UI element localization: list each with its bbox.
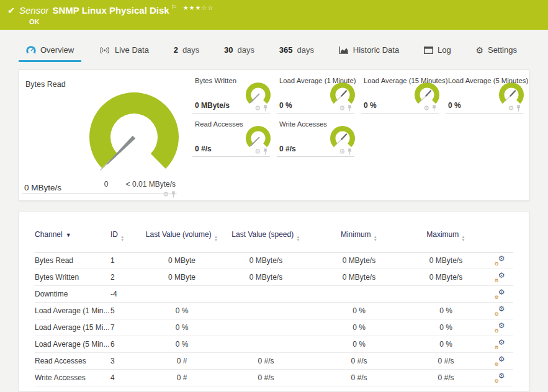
gauge-label: Load Average (5 Minutes) <box>448 77 528 84</box>
small-gauge[interactable]: Load Average (5 Minutes) 0 % ⚙ <box>444 70 529 114</box>
gear-icon: ⚙ <box>498 305 505 313</box>
channel-settings-icon[interactable]: ⚙ ⚙ <box>495 256 505 265</box>
log-window-icon <box>424 47 433 54</box>
gauge-pin-icon[interactable] <box>263 148 268 155</box>
channel-id: 4 <box>110 373 143 382</box>
gauge-scale-max: < 0.01 MByte/s <box>126 180 176 189</box>
column-header[interactable]: Channel▼ <box>35 230 110 240</box>
gauge-gear-icon[interactable]: ⚙ <box>254 105 261 112</box>
channel-settings-icon[interactable]: ⚙ ⚙ <box>495 357 505 366</box>
table-body: Bytes Read 1 0 MByte 0 MByte/s 0 MByte/s… <box>35 252 513 386</box>
gauge-value: 0 #/s <box>279 145 296 153</box>
minimum-value: 0 #/s <box>311 357 407 365</box>
flag-icon[interactable]: ⚐ <box>171 4 177 11</box>
small-gauge[interactable]: Load Average (1 Minute) 0 % ⚙ <box>276 70 360 114</box>
gear-icon: ⚙ <box>495 345 499 350</box>
table-row[interactable]: Load Average (1 Min... 5 0 % 0 % 0 % ⚙ ⚙ <box>35 303 513 319</box>
gauge-needle <box>251 138 259 146</box>
maximum-value: 0 % <box>407 323 485 332</box>
column-header[interactable]: Last Value (speed)▲▼ <box>221 230 311 240</box>
last-value-volume: 0 MByte <box>143 273 221 282</box>
last-value-volume: 0 % <box>143 306 221 315</box>
tab-365-days[interactable]: 365days <box>272 37 321 62</box>
small-gauges-grid: Bytes Written 0 MByte/s ⚙ Load Average (… <box>191 70 529 200</box>
maximum-value: 0 #/s <box>407 357 485 365</box>
table-row[interactable]: Write Accesses 4 0 # 0 #/s 0 #/s 0 #/s ⚙… <box>35 370 513 386</box>
historic-data-chart-icon <box>339 46 349 54</box>
last-value-volume: 0 # <box>143 373 221 382</box>
table-row[interactable]: Load Average (5 Min... 6 0 % 0 % 0 % ⚙ ⚙ <box>35 336 513 353</box>
channel-settings-icon[interactable]: ⚙ ⚙ <box>495 290 505 299</box>
last-value-speed: 0 MByte/s <box>221 273 311 282</box>
tab-bar: Overview Live Data 2days 30days 365days … <box>0 37 548 62</box>
channel-settings-icon[interactable]: ⚙ ⚙ <box>495 306 505 316</box>
channel-id: 3 <box>110 357 143 365</box>
gear-icon: ⚙ <box>498 254 505 263</box>
gauge-value: 0 MByte/s <box>24 183 61 192</box>
tab-historic-data[interactable]: Historic Data <box>331 37 407 62</box>
channel-name: Downtime <box>35 290 110 298</box>
tab-live-data[interactable]: Live Data <box>91 37 156 62</box>
tab-log[interactable]: Log <box>416 37 459 62</box>
small-gauge[interactable]: Read Accesses 0 #/s ⚙ <box>191 114 276 157</box>
gear-icon: ⚙ <box>495 328 499 334</box>
live-data-icon <box>99 47 110 54</box>
gauge-gear-icon[interactable]: ⚙ <box>423 105 429 112</box>
channel-table-panel: Channel▼ ID▲▼ Last Value (volume)▲▼ Last… <box>19 211 529 392</box>
channel-settings-icon[interactable]: ⚙ ⚙ <box>495 273 505 282</box>
column-header[interactable]: ID▲▼ <box>110 230 143 240</box>
gear-icon: ⚙ <box>498 288 505 296</box>
channel-name: Write Accesses <box>35 373 110 382</box>
gauge-gear-icon[interactable]: ⚙ <box>508 105 514 112</box>
table-row[interactable]: Bytes Written 2 0 MByte 0 MByte/s 0 MByt… <box>35 269 513 286</box>
gear-icon: ⚙ <box>495 261 499 267</box>
main-gauge-bytes-read[interactable]: Bytes Read 0 < 0.01 MByte/s 0 MByte/s ⚙ <box>19 70 191 202</box>
column-header[interactable]: Maximum▲▼ <box>407 230 485 240</box>
gauge-gear-icon[interactable]: ⚙ <box>339 148 345 155</box>
tab-30-days[interactable]: 30days <box>217 37 262 62</box>
channel-settings-icon[interactable]: ⚙ ⚙ <box>495 373 505 383</box>
gauge-label: Bytes Read <box>25 80 66 89</box>
gauge-pin-icon[interactable] <box>171 191 176 198</box>
small-gauge[interactable]: Load Average (15 Minutes) 0 % ⚙ <box>360 70 444 114</box>
gauge-pin-icon[interactable] <box>347 148 353 155</box>
channel-name: Read Accesses <box>35 357 110 365</box>
star-rating[interactable]: ★★★☆☆ <box>183 4 214 11</box>
table-row[interactable]: Load Average (15 Mi... 7 0 % 0 % 0 % ⚙ ⚙ <box>35 319 513 336</box>
minimum-value: 0 % <box>311 323 407 332</box>
gauge-value: 0 % <box>448 101 461 110</box>
gauge-pin-icon[interactable] <box>431 105 437 112</box>
maximum-value: 0 MByte/s <box>407 256 485 265</box>
column-header[interactable]: Last Value (volume)▲▼ <box>143 230 221 240</box>
tab-2-days[interactable]: 2days <box>166 37 207 62</box>
channel-settings-icon[interactable]: ⚙ ⚙ <box>495 340 505 349</box>
gauge-gear-icon[interactable]: ⚙ <box>163 191 169 198</box>
gear-icon: ⚙ <box>498 271 505 280</box>
gauge-pin-icon[interactable] <box>347 105 353 112</box>
sort-icon: ▲▼ <box>461 235 465 241</box>
overview-gauge-icon <box>26 46 36 54</box>
gauge-pin-icon[interactable] <box>516 105 521 112</box>
small-gauge[interactable]: Bytes Written 0 MByte/s ⚙ <box>191 70 276 114</box>
table-row[interactable]: Read Accesses 3 0 # 0 #/s 0 #/s 0 #/s ⚙ … <box>35 353 513 370</box>
gear-icon: ⚙ <box>495 278 499 283</box>
gear-icon: ⚙ <box>498 321 505 330</box>
sensor-status-bar: ✔ SensorSNMP Linux Physical Disk⚐★★★☆☆ O… <box>0 0 548 30</box>
gauge-pin-icon[interactable] <box>263 105 268 112</box>
gauge-label: Load Average (1 Minute) <box>279 77 356 84</box>
column-header[interactable]: Minimum▲▼ <box>311 230 407 240</box>
gauge-label: Bytes Written <box>195 77 236 84</box>
gauge-gear-icon[interactable]: ⚙ <box>254 148 261 155</box>
gauge-value: 0 MByte/s <box>195 101 230 110</box>
channel-settings-icon[interactable]: ⚙ ⚙ <box>495 323 505 332</box>
minimum-value: 0 MByte/s <box>311 273 407 282</box>
small-gauge[interactable]: Write Accesses 0 #/s ⚙ <box>276 114 360 157</box>
last-value-volume: 0 # <box>143 357 221 365</box>
table-row[interactable]: Bytes Read 1 0 MByte 0 MByte/s 0 MByte/s… <box>35 252 513 269</box>
gauge-gear-icon[interactable]: ⚙ <box>339 105 345 112</box>
gear-icon: ⚙ <box>495 362 499 367</box>
table-row[interactable]: Downtime -4 ⚙ ⚙ <box>35 286 513 303</box>
sort-icon: ▼ <box>66 232 71 238</box>
tab-settings[interactable]: ⚙ Settings <box>468 37 524 62</box>
tab-overview[interactable]: Overview <box>19 37 81 62</box>
